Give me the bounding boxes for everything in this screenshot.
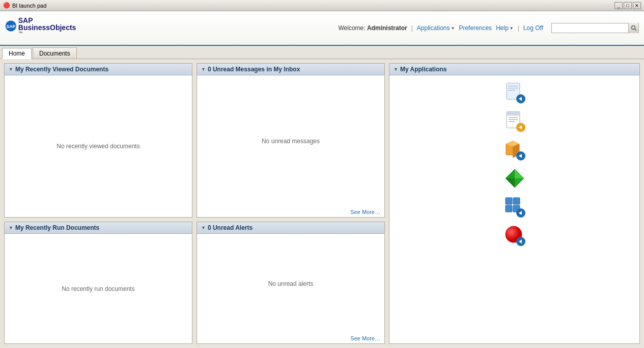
- search-button[interactable]: [628, 23, 638, 33]
- unread-alerts-header: ▼ 0 Unread Alerts: [197, 222, 384, 234]
- help-menu[interactable]: Help ▼: [496, 24, 514, 32]
- logoff-link[interactable]: Log Off: [523, 24, 543, 32]
- preferences-link[interactable]: Preferences: [459, 24, 492, 32]
- maximize-button[interactable]: □: [624, 2, 632, 9]
- center-column: ▼ 0 Unread Messages in My Inbox No unrea…: [197, 63, 385, 344]
- collapse-apps-icon[interactable]: ▼: [394, 67, 398, 72]
- app-webi[interactable]: [502, 81, 527, 105]
- svg-rect-14: [509, 121, 515, 122]
- rct-icon: [503, 110, 526, 132]
- collapse-alerts-icon[interactable]: ▼: [201, 225, 206, 230]
- svg-text:SAP: SAP: [6, 24, 15, 29]
- unread-messages-panel: ▼ 0 Unread Messages in My Inbox No unrea…: [197, 63, 385, 218]
- search-icon: [631, 25, 637, 31]
- svg-rect-29: [506, 205, 512, 212]
- sap-logo-icon: SAP: [5, 19, 17, 33]
- unread-messages-body: No unread messages: [197, 75, 384, 207]
- help-dropdown-arrow: ▼: [510, 26, 514, 31]
- recently-run-panel: ▼ My Recently Run Documents No recently …: [4, 222, 192, 344]
- svg-rect-6: [508, 88, 518, 89]
- app-dashboard[interactable]: [502, 195, 527, 219]
- welcome-text: Welcome: Administrator: [338, 24, 407, 32]
- recently-run-body: No recently run documents: [5, 234, 192, 343]
- minimize-button[interactable]: _: [614, 2, 623, 9]
- svg-marker-24: [506, 169, 515, 178]
- my-applications-header: ▼ My Applications: [389, 64, 639, 75]
- applications-menu[interactable]: Applications ▼: [417, 24, 455, 32]
- svg-rect-28: [513, 198, 520, 204]
- app-crystal[interactable]: [502, 166, 527, 191]
- svg-rect-11: [507, 112, 520, 116]
- separator: |: [411, 24, 413, 32]
- crystal-icon: [503, 167, 526, 190]
- unread-alerts-body: No unread alerts: [197, 234, 384, 333]
- recently-viewed-panel: ▼ My Recently Viewed Documents No recent…: [4, 63, 192, 218]
- separator2: |: [518, 24, 519, 32]
- left-column: ▼ My Recently Viewed Documents No recent…: [4, 63, 192, 344]
- my-applications-body: [389, 75, 639, 253]
- collapse-messages-icon[interactable]: ▼: [201, 67, 206, 72]
- title-bar-icon: 🔴: [3, 2, 10, 9]
- unread-messages-header: ▼ 0 Unread Messages in My Inbox: [197, 64, 384, 75]
- tab-documents[interactable]: Documents: [33, 47, 77, 59]
- recently-run-header: ▼ My Recently Run Documents: [5, 222, 192, 234]
- header: SAP SAP BusinessObjects ™ Welcome: Admin…: [0, 11, 644, 46]
- svg-rect-27: [506, 198, 512, 204]
- applications-dropdown-arrow: ▼: [451, 26, 455, 31]
- nav-tabs: Home Documents: [0, 46, 644, 59]
- svg-rect-12: [509, 117, 518, 118]
- title-bar-text: BI launch pad: [12, 3, 614, 9]
- svg-rect-13: [509, 119, 518, 120]
- svg-marker-25: [506, 178, 515, 188]
- dashboard-icon: [503, 196, 526, 218]
- logo-image: SAP SAP BusinessObjects ™: [5, 17, 71, 40]
- app-udt[interactable]: [502, 138, 527, 162]
- udt-icon: [503, 139, 526, 161]
- unread-alerts-panel: ▼ 0 Unread Alerts No unread alerts See M…: [197, 222, 385, 344]
- right-column: ▼ My Applications: [389, 63, 640, 344]
- svg-line-3: [634, 29, 636, 31]
- recently-viewed-body: No recently viewed documents: [5, 75, 192, 217]
- messages-see-more[interactable]: See More…: [197, 207, 384, 217]
- collapse-viewed-icon[interactable]: ▼: [9, 67, 13, 72]
- svg-rect-7: [508, 90, 515, 91]
- close-button[interactable]: ✕: [633, 2, 641, 9]
- header-right: Welcome: Administrator | Applications ▼ …: [338, 23, 639, 33]
- main-content: ▼ My Recently Viewed Documents No recent…: [0, 59, 644, 348]
- search-input[interactable]: [552, 23, 628, 33]
- publishing-icon: [503, 224, 526, 247]
- title-bar-controls[interactable]: _ □ ✕: [614, 2, 641, 9]
- app-rct[interactable]: [502, 109, 527, 133]
- alerts-see-more[interactable]: See More…: [197, 333, 384, 343]
- svg-point-2: [631, 26, 635, 30]
- webi-icon: [503, 82, 526, 104]
- app-publishing[interactable]: [502, 223, 527, 248]
- logo: SAP SAP BusinessObjects ™: [5, 17, 71, 40]
- recently-viewed-header: ▼ My Recently Viewed Documents: [5, 64, 192, 75]
- svg-rect-5: [508, 86, 518, 87]
- search-box: [551, 23, 639, 33]
- title-bar: 🔴 BI launch pad _ □ ✕: [0, 0, 644, 11]
- my-applications-panel: ▼ My Applications: [389, 63, 640, 344]
- collapse-run-icon[interactable]: ▼: [9, 225, 13, 230]
- tab-home[interactable]: Home: [2, 48, 32, 59]
